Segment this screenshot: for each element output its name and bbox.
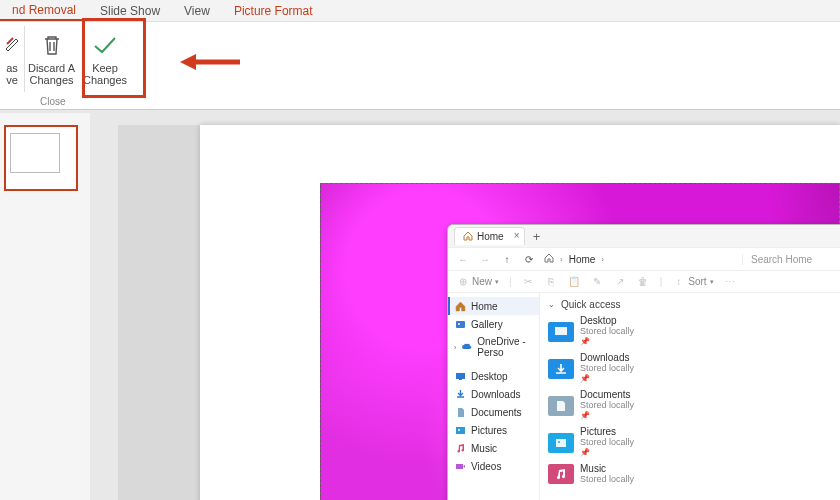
file-explorer-window: Home × + ← → ↑ ⟳ › Home: [447, 224, 840, 500]
inserted-picture[interactable]: Home × + ← → ↑ ⟳ › Home: [320, 183, 840, 500]
sidebar-item-onedrive[interactable]: › OneDrive - Perso: [448, 333, 539, 361]
tab-background-removal[interactable]: nd Removal: [0, 0, 88, 21]
home-icon: [454, 300, 466, 312]
explorer-body: Home Gallery › OneDrive - Perso: [448, 293, 840, 500]
menu-tabs: nd Removal Slide Show View Picture Forma…: [0, 0, 840, 22]
up-icon[interactable]: ↑: [500, 252, 514, 266]
sort-icon: ↕: [672, 275, 685, 288]
ribbon: as ve Discard A Changes Keep Changes Clo…: [0, 22, 840, 110]
music-icon: [454, 442, 466, 454]
svg-rect-6: [456, 427, 465, 434]
cut-icon[interactable]: ✂: [522, 275, 535, 288]
new-tab-button[interactable]: +: [533, 229, 541, 244]
back-icon[interactable]: ←: [456, 252, 470, 266]
tile-sublabel: Stored locally: [580, 400, 634, 410]
sidebar-item-label: Videos: [471, 461, 501, 472]
breadcrumb[interactable]: › Home ›: [544, 253, 734, 265]
download-icon: [454, 388, 466, 400]
sidebar-item-pictures[interactable]: Pictures: [448, 421, 539, 439]
pin-icon: 📌: [580, 448, 634, 458]
share-icon[interactable]: ↗: [614, 275, 627, 288]
sidebar-item-label: OneDrive - Perso: [477, 336, 533, 358]
explorer-tab-label: Home: [477, 231, 504, 242]
svg-marker-1: [180, 54, 196, 70]
keep-changes-button[interactable]: Keep Changes: [78, 26, 132, 92]
tile-pictures[interactable]: Pictures Stored locally 📌: [548, 427, 832, 458]
tab-picture-format[interactable]: Picture Format: [222, 0, 325, 21]
refresh-icon[interactable]: ⟳: [522, 252, 536, 266]
tab-view[interactable]: View: [172, 0, 222, 21]
toolbar-label: Sort: [688, 276, 706, 287]
document-icon: [548, 396, 574, 416]
ribbon-label: as: [6, 62, 18, 74]
explorer-sidebar: Home Gallery › OneDrive - Perso: [448, 293, 540, 500]
sidebar-item-desktop[interactable]: Desktop: [448, 367, 539, 385]
sidebar-item-label: Gallery: [471, 319, 503, 330]
chevron-down-icon: ▾: [495, 278, 499, 286]
sort-button[interactable]: ↕ Sort ▾: [672, 275, 713, 288]
quick-access-header[interactable]: ⌄ Quick access: [548, 299, 832, 310]
pin-icon: 📌: [580, 374, 634, 384]
cloud-icon: [461, 341, 472, 353]
sidebar-item-music[interactable]: Music: [448, 439, 539, 457]
copy-icon[interactable]: ⎘: [545, 275, 558, 288]
music-icon: [548, 464, 574, 484]
desktop-icon: [548, 322, 574, 342]
breadcrumb-label: Home: [569, 254, 596, 265]
mark-areas-button[interactable]: as ve: [0, 26, 24, 92]
slide-edit-area: Home × + ← → ↑ ⟳ › Home: [118, 125, 840, 500]
svg-point-7: [458, 429, 460, 431]
toolbar-label: New: [472, 276, 492, 287]
gallery-icon: [454, 318, 466, 330]
svg-rect-10: [556, 439, 566, 447]
pictures-icon: [548, 433, 574, 453]
section-label: Quick access: [561, 299, 620, 310]
sidebar-item-gallery[interactable]: Gallery: [448, 315, 539, 333]
close-icon[interactable]: ×: [514, 230, 520, 241]
ribbon-label: ve: [6, 74, 18, 86]
rename-icon[interactable]: ✎: [591, 275, 604, 288]
new-button[interactable]: ⊕ New ▾: [456, 275, 499, 288]
sidebar-item-label: Home: [471, 301, 498, 312]
paste-icon[interactable]: 📋: [568, 275, 581, 288]
slide-thumbnail-panel: [0, 113, 90, 500]
more-icon[interactable]: ⋯: [724, 275, 737, 288]
chevron-down-icon: ▾: [710, 278, 714, 286]
tile-label: Desktop: [580, 316, 634, 326]
svg-rect-8: [456, 464, 463, 469]
tile-sublabel: Stored locally: [580, 363, 634, 373]
forward-icon[interactable]: →: [478, 252, 492, 266]
chevron-down-icon: ⌄: [548, 300, 555, 309]
tile-label: Pictures: [580, 427, 634, 437]
pencil-minus-icon: [3, 30, 21, 60]
tile-label: Downloads: [580, 353, 634, 363]
ribbon-label: Changes: [83, 74, 127, 86]
tile-documents[interactable]: Documents Stored locally 📌: [548, 390, 832, 421]
pictures-icon: [454, 424, 466, 436]
thumbnail-preview: [10, 133, 60, 173]
slide-canvas[interactable]: Home × + ← → ↑ ⟳ › Home: [200, 125, 840, 500]
sidebar-item-label: Music: [471, 443, 497, 454]
explorer-main-pane: ⌄ Quick access Desktop Stored locally 📌: [540, 293, 840, 500]
explorer-tab-home[interactable]: Home ×: [454, 227, 525, 245]
svg-point-11: [558, 441, 560, 443]
sidebar-item-documents[interactable]: Documents: [448, 403, 539, 421]
search-input[interactable]: Search Home: [742, 254, 832, 265]
tile-music[interactable]: Music Stored locally: [548, 464, 832, 484]
tile-desktop[interactable]: Desktop Stored locally 📌: [548, 316, 832, 347]
sidebar-item-downloads[interactable]: Downloads: [448, 385, 539, 403]
home-icon: [463, 231, 473, 243]
discard-changes-button[interactable]: Discard A Changes: [24, 26, 78, 92]
check-icon: [92, 30, 118, 60]
slide-thumbnail-1[interactable]: [4, 125, 78, 191]
sidebar-item-home[interactable]: Home: [448, 297, 539, 315]
pin-icon: 📌: [580, 411, 634, 421]
sidebar-item-label: Pictures: [471, 425, 507, 436]
explorer-address-bar: ← → ↑ ⟳ › Home › Search Home: [448, 247, 840, 271]
desktop-icon: [454, 370, 466, 382]
tab-slide-show[interactable]: Slide Show: [88, 0, 172, 21]
tile-label: Music: [580, 464, 634, 474]
delete-icon[interactable]: 🗑: [637, 275, 650, 288]
sidebar-item-videos[interactable]: Videos: [448, 457, 539, 475]
tile-downloads[interactable]: Downloads Stored locally 📌: [548, 353, 832, 384]
